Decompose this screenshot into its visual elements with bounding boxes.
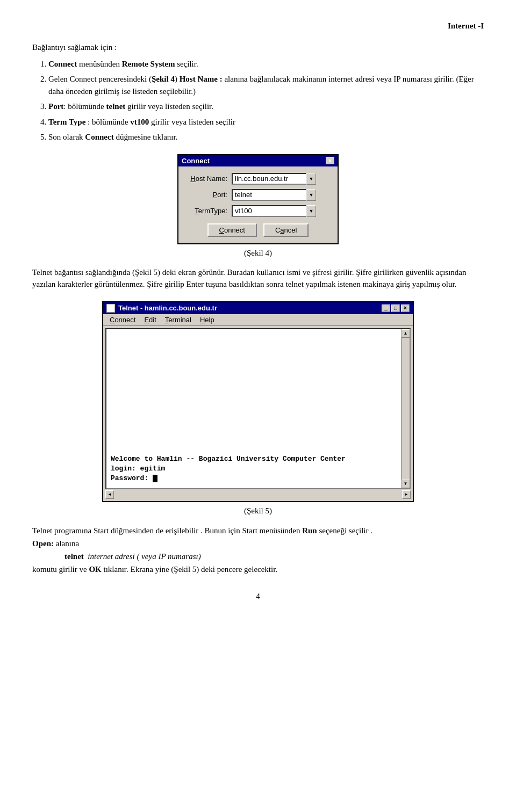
port-row: Port: ▼ [186,189,330,201]
telnet-minimize-btn[interactable]: _ [382,305,390,312]
step-3-telnet: telnet [106,102,126,111]
hostname-row: Host Name: ▼ [186,173,330,185]
port-input-wrap: ▼ [232,189,330,201]
telnet-scroll-track [402,338,410,480]
step-1-bold2: Remote System [122,60,175,68]
hostname-dropdown-btn[interactable]: ▼ [306,173,316,185]
caption-sekil5: (Şekil 5) [32,506,484,516]
telnet-window: Telnet - hamlin.cc.boun.edu.tr _ □ × Con… [102,301,414,502]
dialog-body: Host Name: ▼ Port: ▼ TermType: ▼ [178,166,338,243]
telnet-icon [106,304,115,313]
dialog-close-btn[interactable]: × [326,157,334,164]
cancel-button[interactable]: Cancel [263,223,309,237]
header-title: Internet -I [448,21,484,30]
termtype-input-wrap: ▼ [232,205,330,217]
termtype-row: TermType: ▼ [186,205,330,217]
page-number: 4 [256,592,260,600]
termtype-input[interactable] [232,205,307,217]
step-1-bold: Connect [48,60,77,68]
telnet-titlebar-btns: _ □ × [382,305,410,312]
hostname-label: Host Name: [186,175,232,183]
port-dropdown-btn[interactable]: ▼ [306,189,316,201]
telnet-terminal-content: Welcome to Hamlin -- Bogazici University… [111,454,399,484]
telnet-line1: Welcome to Hamlin -- Bogazici University… [111,454,399,464]
step-4-vt100: vt100 [130,118,149,126]
step-5-connect: Connect [85,133,113,141]
port-input[interactable] [232,189,307,201]
steps-list: Connect menüsünden Remote System seçilir… [48,58,484,143]
port-label: Port: [186,191,232,199]
telnet-menubar: Connect Edit Terminal Help [103,314,413,326]
termtype-dropdown-btn[interactable]: ▼ [306,205,316,217]
telnet-titlebar: Telnet - hamlin.cc.boun.edu.tr _ □ × [103,302,413,314]
telnet-hscrollbar: ◄ ► [105,490,411,499]
open-bold: Open: [32,539,54,548]
step-2-hostname: Host Name : [180,75,223,83]
telnet-scroll-left-btn[interactable]: ◄ [105,490,114,499]
step-3-port: Port [48,102,63,111]
telnet-scroll-down-btn[interactable]: ▼ [402,480,410,488]
telnet-para: Telnet bağantısı sağlandığında (Şekil 5)… [32,266,484,291]
telnet-menu-terminal[interactable]: Terminal [161,315,196,324]
telnet-menu-help[interactable]: Help [196,315,219,324]
connect-dialog-container: Connect × Host Name: ▼ Port: ▼ [32,154,484,244]
step-3: Port: bölümünde telnet girilir veya list… [48,100,484,113]
bottom-line2: Open: alanına [32,537,484,550]
telnet-menu-edit[interactable]: Edit [140,315,160,324]
telnet-terminal-area[interactable]: ▲ ▼ Welcome to Hamlin -- Bogazici Univer… [105,328,411,489]
telnet-hscroll-track [114,490,402,499]
step-2-bold: Şekil 4 [152,75,175,83]
telnet-vscrollbar: ▲ ▼ [401,329,410,488]
telnet-cursor [153,475,157,482]
intro-heading: Bağlantıyı sağlamak için : [32,41,484,54]
connect-dialog: Connect × Host Name: ▼ Port: ▼ [177,154,339,244]
dialog-title: Connect [182,157,210,165]
telnet-body-wrap: ▲ ▼ Welcome to Hamlin -- Bogazici Univer… [105,328,411,489]
telnet-scroll-up-btn[interactable]: ▲ [402,329,410,338]
telnet-menu-connect[interactable]: Connect [105,315,140,324]
step-5: Son olarak Connect düğmesine tıklanır. [48,131,484,143]
termtype-label: TermType: [186,207,232,215]
run-bold: Run [302,526,317,535]
telnet-cmd-italic: internet adresi ( veya IP numarası) [88,552,200,561]
step-2: Gelen Connect penceresindeki (Şekil 4) H… [48,73,484,97]
dialog-titlebar-buttons: × [326,157,334,164]
connect-button[interactable]: Connect [207,223,257,237]
caption-sekil4: (Şekil 4) [32,249,484,258]
telnet-line3: Password: [111,474,399,483]
telnet-line2: login: egitim [111,464,399,474]
page-header: Internet -I [32,21,484,31]
dialog-titlebar: Connect × [178,155,338,166]
bottom-line3: komutu girilir ve OK tıklanır. Ekrana yi… [32,563,484,576]
ok-bold: OK [89,565,101,574]
bottom-section: Telnet programına Start düğmesinden de e… [32,524,484,576]
run-command-line: telnet internet adresi ( veya IP numaras… [64,550,484,563]
telnet-scroll-right-btn[interactable]: ► [402,490,411,499]
dialog-buttons: Connect Cancel [186,223,330,237]
telnet-title: Telnet - hamlin.cc.boun.edu.tr [118,304,217,312]
hostname-input[interactable] [232,173,307,185]
step-1: Connect menüsünden Remote System seçilir… [48,58,484,70]
step-4-term: Term Type [48,118,85,126]
telnet-titlebar-left: Telnet - hamlin.cc.boun.edu.tr [106,304,217,313]
bottom-line1: Telnet programına Start düğmesinden de e… [32,524,484,537]
page-footer: 4 [32,592,484,601]
telnet-close-btn[interactable]: × [401,305,410,312]
hostname-input-wrap: ▼ [232,173,330,185]
telnet-description: Telnet bağantısı sağlandığında (Şekil 5)… [32,266,484,291]
step-4: Term Type : bölümünde vt100 girilir veya… [48,116,484,128]
telnet-cmd-bold: telnet [64,552,84,561]
telnet-maximize-btn[interactable]: □ [391,305,400,312]
telnet-window-container: Telnet - hamlin.cc.boun.edu.tr _ □ × Con… [32,301,484,502]
